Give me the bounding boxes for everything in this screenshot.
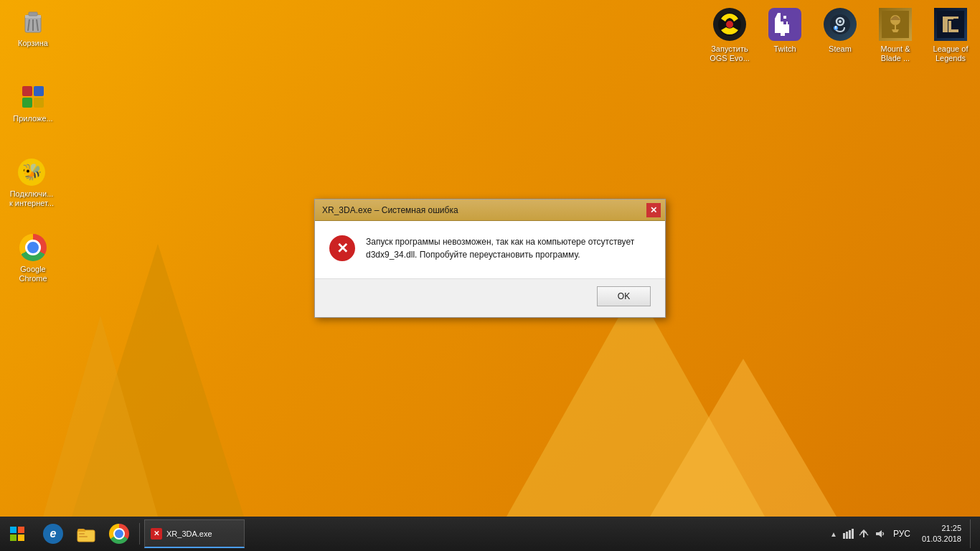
svg-rect-29: [849, 530, 851, 539]
taskbar-app-explorer[interactable]: [70, 518, 102, 550]
taskbar-app-chrome[interactable]: [103, 518, 135, 550]
tray-network2-icon[interactable]: [857, 527, 870, 540]
notification-chevron[interactable]: ▲: [830, 530, 837, 538]
xr3da-icon: ✕: [151, 528, 162, 540]
taskbar-separator: [139, 523, 140, 545]
taskbar-app-ie[interactable]: e: [37, 518, 69, 550]
language-indicator[interactable]: РУС: [890, 529, 913, 539]
dialog-close-button[interactable]: ✕: [646, 203, 661, 217]
explorer-icon: [76, 524, 96, 543]
desktop: Корзина Приложе... 🐝 Подключи... к интер…: [0, 0, 980, 517]
dialog-footer: OK: [315, 278, 665, 317]
svg-rect-25: [79, 533, 85, 534]
clock-date: 01.03.2018: [922, 534, 961, 545]
ok-button[interactable]: OK: [597, 286, 651, 306]
clock-time: 21:25: [922, 523, 961, 534]
dialog-titlebar: XR_3DA.exe – Системная ошибка ✕: [315, 199, 665, 221]
svg-rect-28: [846, 532, 848, 539]
svg-rect-26: [79, 536, 88, 537]
taskbar-window-xr3da[interactable]: ✕ XR_3DA.exe: [144, 519, 245, 548]
error-icon: ✕: [329, 235, 355, 261]
dialog-overlay: XR_3DA.exe – Системная ошибка ✕ ✕ Запуск…: [0, 0, 980, 517]
taskbar-tray: [842, 527, 886, 540]
show-desktop-button[interactable]: [970, 519, 974, 548]
taskbar-right: ▲: [830, 519, 980, 548]
error-dialog: XR_3DA.exe – Системная ошибка ✕ ✕ Запуск…: [314, 199, 666, 318]
dialog-content: ✕ Запуск программы невозможен, так как н…: [315, 221, 665, 278]
dialog-message: Запуск программы невозможен, так как на …: [366, 235, 651, 261]
dialog-title: XR_3DA.exe – Системная ошибка: [322, 205, 458, 215]
start-button[interactable]: [0, 517, 34, 551]
svg-rect-30: [852, 529, 854, 539]
tray-volume-icon[interactable]: [873, 527, 886, 540]
taskbar-clock[interactable]: 21:25 01.03.2018: [918, 523, 966, 545]
svg-rect-27: [843, 533, 845, 539]
chrome-taskbar-icon: [109, 524, 129, 544]
taskbar-apps: e ✕ XR_3DA.exe: [34, 518, 248, 550]
tray-network-icon[interactable]: [842, 527, 854, 540]
windows-icon: [10, 527, 24, 541]
taskbar: e ✕ XR_3DA.exe ▲: [0, 517, 980, 551]
ie-icon: e: [43, 524, 63, 544]
xr3da-window-label: XR_3DA.exe: [166, 529, 212, 538]
